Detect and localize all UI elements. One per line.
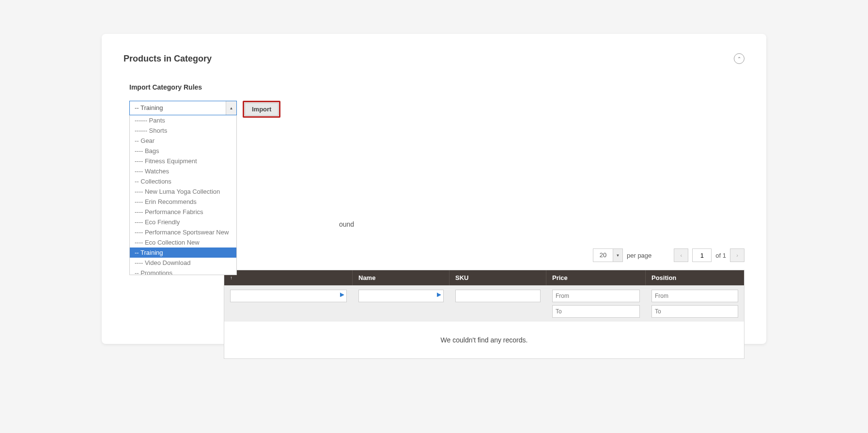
category-select[interactable]: -- Training ▲ ------ Pants------ Shorts-… [129, 101, 237, 115]
dropdown-option[interactable]: ---- Fitness Equipment [130, 156, 236, 166]
prev-page-button[interactable]: ‹ [674, 248, 688, 262]
column-price[interactable]: Price [546, 270, 646, 285]
dropdown-option[interactable]: -- Collections [130, 176, 236, 186]
import-label: Import Category Rules [129, 83, 744, 91]
dropdown-option[interactable]: ---- Bags [130, 146, 236, 156]
dropdown-option[interactable]: ---- Performance Fabrics [130, 207, 236, 217]
dropdown-option[interactable]: ---- Performance Sportswear New [130, 227, 236, 237]
dropdown-option[interactable]: -- Gear [130, 136, 236, 146]
chevron-down-icon[interactable]: ▼ [613, 249, 622, 262]
column-position[interactable]: Position [646, 270, 744, 285]
next-page-button[interactable]: › [730, 248, 744, 262]
column-id[interactable]: ↑ ID [224, 270, 353, 285]
search-icon: ⯈ [340, 292, 345, 298]
column-name[interactable]: Name [353, 270, 450, 285]
filter-price-to[interactable] [552, 305, 640, 318]
products-grid: ↑ ID Name SKU Price Position ⯈ ⯈ [224, 270, 744, 359]
products-panel: Products in Category ⌃ Import Category R… [102, 34, 766, 344]
dropdown-option[interactable]: ------ Pants [130, 115, 236, 125]
chevron-up-icon: ⌃ [737, 56, 741, 62]
filter-position-from[interactable] [651, 290, 738, 302]
filter-id-input[interactable] [230, 290, 347, 302]
dropdown-option[interactable]: ---- Eco Friendly [130, 217, 236, 227]
records-found-fragment: ound [339, 220, 354, 228]
dropdown-option[interactable]: ---- Video Download [130, 258, 236, 268]
filter-price-from[interactable] [552, 290, 640, 302]
dropdown-option[interactable]: ---- Eco Collection New [130, 237, 236, 247]
page-size-value: 20 [593, 249, 613, 262]
select-value: -- Training [130, 101, 226, 115]
filter-sku-input[interactable] [455, 290, 541, 302]
dropdown-option[interactable]: -- Promotions [130, 268, 236, 275]
select-box[interactable]: -- Training ▲ [129, 101, 237, 115]
grid-filters: ⯈ ⯈ [224, 285, 744, 322]
page-of-label: of 1 [715, 252, 726, 259]
dropdown-option[interactable]: ---- New Luma Yoga Collection [130, 186, 236, 197]
search-icon: ⯈ [436, 292, 442, 298]
pager: 20 ▼ per page ‹ of 1 › [593, 248, 744, 262]
panel-title: Products in Category [124, 54, 212, 64]
chevron-up-icon[interactable]: ▲ [226, 101, 236, 115]
dropdown-option[interactable]: ---- Watches [130, 166, 236, 176]
no-records-message: We couldn't find any records. [224, 322, 744, 358]
page-input[interactable] [692, 248, 712, 262]
collapse-button[interactable]: ⌃ [734, 53, 744, 64]
grid-header: ↑ ID Name SKU Price Position [224, 270, 744, 285]
per-page-label: per page [627, 252, 651, 259]
filter-name-input[interactable] [358, 290, 444, 302]
dropdown-option[interactable]: ------ Shorts [130, 125, 236, 136]
sort-asc-icon: ↑ [230, 275, 232, 280]
page-size-select[interactable]: 20 ▼ [593, 248, 623, 262]
dropdown-option[interactable]: ---- Erin Recommends [130, 197, 236, 207]
panel-header: Products in Category ⌃ [124, 53, 744, 64]
import-button-highlight: Import [243, 101, 280, 118]
dropdown-option[interactable]: -- Training [130, 247, 236, 258]
import-button[interactable]: Import [245, 103, 279, 116]
category-dropdown[interactable]: ------ Pants------ Shorts-- Gear---- Bag… [129, 115, 237, 275]
column-sku[interactable]: SKU [450, 270, 546, 285]
import-row: -- Training ▲ ------ Pants------ Shorts-… [129, 101, 744, 118]
filter-position-to[interactable] [651, 305, 738, 318]
